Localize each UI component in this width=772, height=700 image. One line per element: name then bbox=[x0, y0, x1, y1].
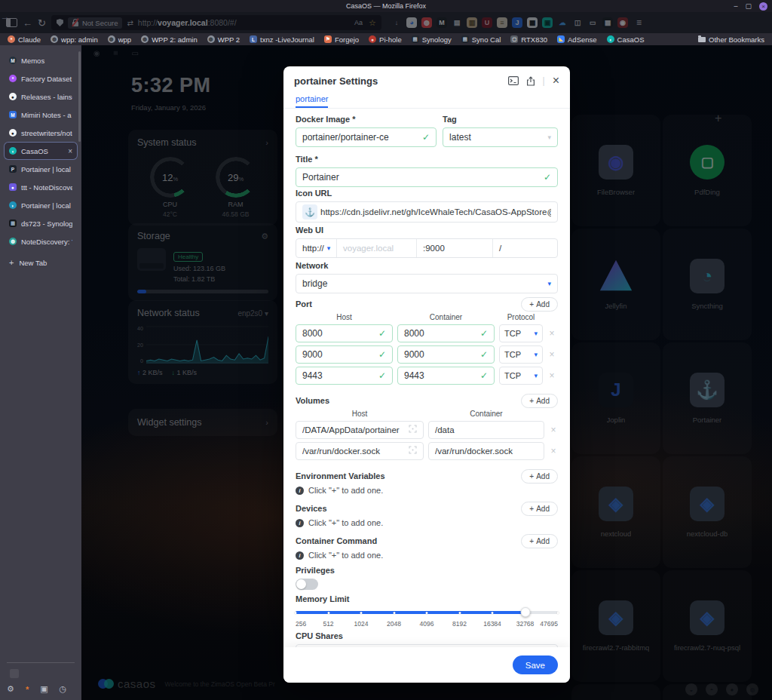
sidebar-tab[interactable]: M Memos bbox=[4, 51, 78, 69]
memory-tick-label: 4096 bbox=[420, 620, 434, 628]
bookmark-item[interactable]: ⚑ Forgejo bbox=[324, 35, 359, 44]
tab-favicon: ◗ bbox=[9, 201, 17, 209]
forward-button[interactable]: → bbox=[0, 12, 772, 33]
bookmark-item[interactable]: ◍ wpp: admin bbox=[51, 35, 98, 44]
devices-hint: i Click "+" to add one. bbox=[296, 518, 558, 527]
tab-portainer[interactable]: portainer bbox=[296, 89, 328, 108]
port-host-input[interactable] bbox=[302, 349, 375, 360]
add-volume-button[interactable]: +Add bbox=[521, 394, 558, 408]
icon-url-input[interactable]: https://cdn.jsdelivr.net/gh/IceWhaleTech… bbox=[320, 207, 551, 216]
port-input[interactable]: :9000 bbox=[417, 239, 493, 257]
sidebar-tab[interactable]: ◗ Portainer | local bbox=[4, 196, 78, 214]
remove-port-icon[interactable]: × bbox=[547, 328, 556, 339]
bookmark-item[interactable]: ▢ RTX830 bbox=[510, 35, 547, 44]
firefox-ext-icon[interactable]: * bbox=[26, 685, 29, 694]
port-container-input[interactable] bbox=[404, 349, 477, 360]
export-icon[interactable] bbox=[526, 76, 535, 86]
host-input[interactable]: voyager.local bbox=[337, 239, 417, 257]
protocol-select[interactable]: TCP ▾ bbox=[499, 345, 543, 364]
sidebar-tab[interactable]: ▦ ds723 - Synology NA bbox=[4, 214, 78, 232]
add-port-button[interactable]: +Add bbox=[521, 297, 558, 312]
bookmark-item[interactable]: ◍ WPP 2 bbox=[207, 35, 240, 44]
port-host-input[interactable] bbox=[302, 328, 375, 339]
tab-close-icon[interactable]: × bbox=[68, 147, 72, 155]
folder-picker-icon[interactable] bbox=[409, 446, 417, 456]
scheme-select[interactable]: http:// ▾ bbox=[296, 239, 337, 257]
sidebar-tab[interactable]: ◍ NoteDiscovery: You bbox=[4, 232, 78, 250]
title-input[interactable] bbox=[302, 172, 541, 183]
add-env-var-button[interactable]: +Add bbox=[521, 469, 558, 484]
terminal-logs-icon[interactable] bbox=[508, 76, 519, 85]
memory-limit-slider[interactable] bbox=[296, 607, 558, 618]
bookmark-item[interactable]: L txnz -LiveJournal bbox=[250, 35, 314, 44]
sidebar-tab[interactable]: * Factory Dataset > C bbox=[4, 69, 78, 88]
other-bookmarks[interactable]: Other Bookmarks bbox=[698, 35, 764, 44]
bookmark-item[interactable]: ◖ CasaOS bbox=[607, 35, 645, 44]
chevron-down-icon: ▾ bbox=[547, 134, 551, 141]
port-container-wrap: ✓ bbox=[397, 324, 495, 342]
bookmark-item[interactable]: ◍ wpp bbox=[108, 35, 131, 44]
volume-container-input[interactable] bbox=[435, 447, 538, 456]
bookmark-item[interactable]: ▤ Synology bbox=[412, 35, 452, 44]
network-label: Network bbox=[296, 261, 558, 271]
privileges-toggle[interactable] bbox=[296, 579, 318, 590]
bookmark-favicon: ◍ bbox=[108, 35, 115, 43]
close-window-button[interactable]: × bbox=[759, 2, 767, 11]
remove-volume-icon[interactable]: × bbox=[549, 425, 558, 435]
bookmark-item[interactable]: ◍ WPP 2: admin bbox=[141, 35, 198, 44]
sidebar-tab[interactable]: ◖ CasaOS × bbox=[4, 142, 78, 160]
volume-host-input[interactable] bbox=[302, 447, 406, 456]
port-host-input[interactable] bbox=[302, 370, 375, 381]
volume-host-input[interactable] bbox=[302, 425, 406, 434]
chevron-down-icon: ▾ bbox=[534, 351, 538, 358]
slider-tick bbox=[426, 612, 428, 614]
slider-tick bbox=[295, 612, 297, 614]
protocol-select[interactable]: TCP ▾ bbox=[499, 367, 543, 385]
port-container-input[interactable] bbox=[404, 328, 477, 339]
bookmark-item[interactable]: ● Pi-hole bbox=[369, 35, 402, 44]
add-command-button[interactable]: +Add bbox=[521, 534, 558, 548]
volume-row: × bbox=[296, 421, 558, 439]
check-icon: ✓ bbox=[378, 349, 386, 360]
sidebar-tab[interactable]: ● ttt - NoteDiscovery bbox=[4, 178, 78, 196]
remove-volume-icon[interactable]: × bbox=[549, 446, 558, 456]
add-device-button[interactable]: +Add bbox=[521, 502, 558, 516]
sidebar-tab[interactable]: ● Releases - lainsce/n bbox=[4, 88, 78, 106]
history-clock-icon[interactable]: ◷ bbox=[60, 684, 67, 694]
save-button[interactable]: Save bbox=[513, 655, 558, 674]
volume-container-wrap bbox=[428, 442, 544, 460]
protocol-select[interactable]: TCP ▾ bbox=[499, 324, 543, 342]
window-title: CasaOS — Mozilla Firefox bbox=[346, 2, 426, 10]
tag-select[interactable]: latest ▾ bbox=[443, 127, 558, 147]
port-container-input[interactable] bbox=[404, 370, 477, 381]
bookmark-item[interactable]: ◣ AdSense bbox=[557, 35, 597, 44]
minimize-button[interactable]: – bbox=[734, 2, 737, 11]
sidebar-bottom: ⚙*▣◷ bbox=[0, 658, 81, 700]
library-icon[interactable]: ▣ bbox=[40, 684, 47, 694]
memory-slider-handle[interactable] bbox=[520, 607, 530, 617]
remove-port-icon[interactable]: × bbox=[547, 370, 556, 381]
close-modal-icon[interactable]: × bbox=[553, 75, 559, 87]
slider-tick bbox=[393, 612, 395, 614]
remove-port-icon[interactable]: × bbox=[547, 349, 556, 360]
volume-container-input[interactable] bbox=[435, 425, 538, 434]
icon-url-input-wrap: ⚓ https://cdn.jsdelivr.net/gh/IceWhaleTe… bbox=[296, 201, 558, 223]
tab-favicon: M bbox=[9, 111, 17, 118]
network-select[interactable]: bridge ▾ bbox=[296, 274, 558, 293]
path-input[interactable]: / bbox=[493, 239, 557, 257]
sidebar-tab[interactable]: ● streetwriters/notes bbox=[4, 124, 78, 142]
sidebar-tab[interactable]: M Mimiri Notes - a sec bbox=[4, 106, 78, 124]
maximize-button[interactable]: ▢ bbox=[745, 2, 752, 11]
folder-picker-icon[interactable] bbox=[409, 425, 417, 435]
new-tab-button[interactable]: + New Tab bbox=[4, 253, 78, 272]
sidebar-tab[interactable]: P Portainer | local bbox=[4, 160, 78, 178]
docker-image-input[interactable] bbox=[302, 132, 419, 143]
sidebar-scrollbar[interactable] bbox=[78, 51, 81, 142]
settings-gear-icon[interactable]: ⚙ bbox=[7, 684, 14, 694]
settings-modal: portainer Settings | × portainer Docker … bbox=[283, 66, 570, 683]
tab-favicon: ● bbox=[9, 129, 17, 137]
icon-url-label: Icon URL bbox=[296, 189, 558, 198]
bookmark-item[interactable]: ▤ Syno Cal bbox=[461, 35, 501, 44]
slider-tick bbox=[492, 612, 494, 614]
bookmark-item[interactable]: * Claude bbox=[8, 35, 41, 44]
